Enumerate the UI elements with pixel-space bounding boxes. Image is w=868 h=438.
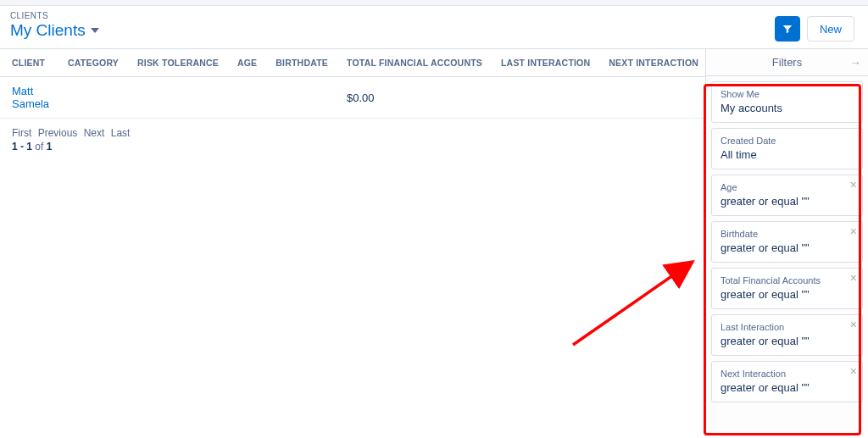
arrow-right-icon[interactable]: → xyxy=(849,56,861,69)
pager-range-start: 1 - 1 xyxy=(12,141,32,152)
new-button-label: New xyxy=(820,23,842,36)
window-chrome-strip xyxy=(0,0,868,6)
filter-label: Show Me xyxy=(721,89,854,99)
filter-value: My accounts xyxy=(721,102,854,114)
filters-body: Show MeMy accountsCreated DateAll timeAg… xyxy=(706,76,868,413)
table-row[interactable]: Matt Samela $0.00 xyxy=(0,77,705,119)
col-next-interaction[interactable]: NEXT INTERACTION xyxy=(597,49,705,77)
col-age[interactable]: AGE xyxy=(225,49,264,77)
col-last-interaction[interactable]: LAST INTERACTION xyxy=(489,49,597,77)
filter-label: Created Date xyxy=(721,136,854,146)
cell-next-interaction xyxy=(597,77,705,119)
filter-card[interactable]: Show MeMy accounts xyxy=(711,81,863,123)
filter-card[interactable]: Agegreater or equal ""× xyxy=(711,175,863,216)
filter-value: All time xyxy=(721,148,854,161)
filters-header: Filters → xyxy=(706,49,868,76)
filter-label: Birthdate xyxy=(721,229,854,239)
filter-label: Age xyxy=(721,182,854,192)
pager-range-total: 1 xyxy=(47,141,53,152)
pager-last[interactable]: Last xyxy=(111,127,131,139)
col-risk[interactable]: RISK TOLERANCE xyxy=(125,49,225,77)
cell-category xyxy=(56,77,125,119)
filter-card[interactable]: Next Interactiongreater or equal ""× xyxy=(711,361,863,402)
close-icon[interactable]: × xyxy=(850,272,857,284)
filter-value: greater or equal "" xyxy=(721,381,854,394)
filters-panel: Filters → Show MeMy accountsCreated Date… xyxy=(705,49,868,433)
close-icon[interactable]: × xyxy=(850,365,857,377)
col-client[interactable]: CLIENT xyxy=(0,49,56,77)
col-tfa[interactable]: TOTAL FINANCIAL ACCOUNTS xyxy=(335,49,489,77)
close-icon[interactable]: × xyxy=(850,225,857,237)
filter-toggle-button[interactable] xyxy=(775,16,800,42)
filter-label: Total Financial Accounts xyxy=(721,275,854,286)
filter-value: greater or equal "" xyxy=(721,288,854,301)
filter-value: greater or equal "" xyxy=(721,335,854,347)
cell-birthdate xyxy=(264,77,335,119)
filters-title: Filters xyxy=(772,56,802,69)
cell-age xyxy=(225,77,264,119)
new-button[interactable]: New xyxy=(807,16,854,42)
pagination: First Previous Next Last 1 - 1 of 1 xyxy=(0,119,705,161)
col-birthdate[interactable]: BIRTHDATE xyxy=(264,49,335,77)
close-icon[interactable]: × xyxy=(850,319,857,330)
filter-label: Next Interaction xyxy=(721,369,854,379)
page-header: CLIENTS My Clients New xyxy=(0,6,868,49)
main-list-area: CLIENT CATEGORY RISK TOLERANCE AGE BIRTH… xyxy=(0,49,705,433)
filter-value: greater or equal "" xyxy=(721,195,854,208)
client-link[interactable]: Matt Samela xyxy=(12,85,49,110)
filter-card[interactable]: Last Interactiongreater or equal ""× xyxy=(711,314,863,356)
filter-card[interactable]: Birthdategreater or equal ""× xyxy=(711,221,863,263)
filter-icon xyxy=(782,23,793,35)
filter-label: Last Interaction xyxy=(721,322,854,332)
list-view-title[interactable]: My Clients xyxy=(10,21,86,40)
cell-last-interaction xyxy=(489,77,597,119)
clients-table: CLIENT CATEGORY RISK TOLERANCE AGE BIRTH… xyxy=(0,49,705,119)
header-eyebrow: CLIENTS xyxy=(10,11,775,20)
close-icon[interactable]: × xyxy=(850,179,857,191)
chevron-down-icon xyxy=(91,28,99,33)
pager-first[interactable]: First xyxy=(12,127,31,139)
cell-risk xyxy=(125,77,225,119)
filter-card[interactable]: Created DateAll time xyxy=(711,128,863,169)
pager-prev[interactable]: Previous xyxy=(38,127,78,139)
col-category[interactable]: CATEGORY xyxy=(56,49,125,77)
pager-next[interactable]: Next xyxy=(84,127,105,139)
list-view-picker[interactable]: My Clients xyxy=(10,21,775,40)
filter-value: greater or equal "" xyxy=(721,241,854,254)
filter-card[interactable]: Total Financial Accountsgreater or equal… xyxy=(711,268,863,309)
cell-tfa: $0.00 xyxy=(335,77,489,119)
